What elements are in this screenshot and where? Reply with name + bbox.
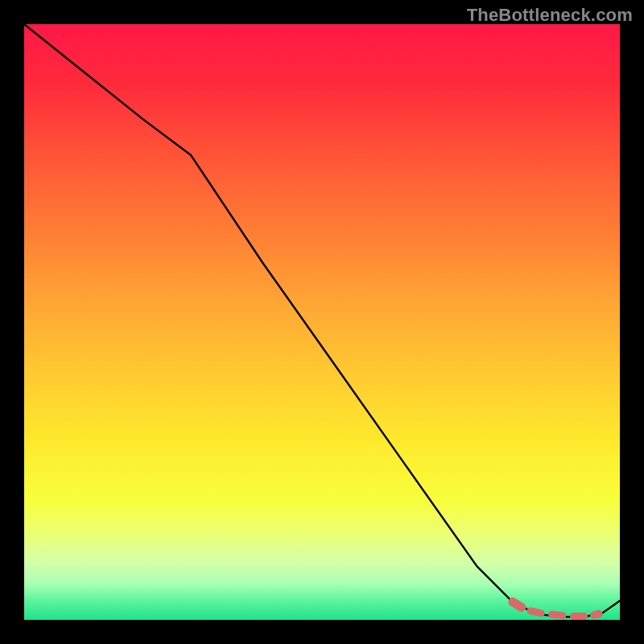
svg-line-3 <box>530 611 541 613</box>
attribution-text: TheBottleneck.com <box>467 5 633 26</box>
svg-line-2 <box>513 602 522 608</box>
highlight-endpoint <box>594 609 602 617</box>
bottleneck-curve <box>24 24 620 617</box>
curve-layer <box>24 24 620 620</box>
svg-line-4 <box>552 614 563 615</box>
plot-area <box>24 24 620 620</box>
stage: TheBottleneck.com <box>0 0 644 644</box>
highlight-dashes <box>513 602 599 617</box>
